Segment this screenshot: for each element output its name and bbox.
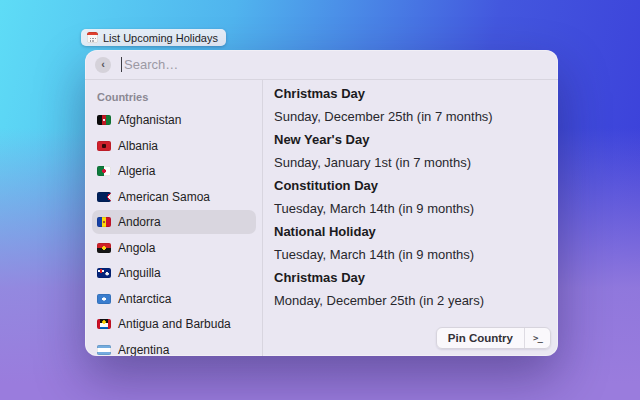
country-row-american-samoa[interactable]: American Samoa bbox=[92, 185, 256, 209]
command-pill: List Upcoming Holidays bbox=[81, 29, 226, 46]
country-label: Anguilla bbox=[118, 266, 161, 280]
country-label: Albania bbox=[118, 139, 158, 153]
shortcut-key-icon: >_ bbox=[524, 328, 550, 348]
country-row-antarctica[interactable]: Antarctica bbox=[92, 287, 256, 311]
country-label: Afghanistan bbox=[118, 113, 181, 127]
command-pill-label: List Upcoming Holidays bbox=[103, 32, 218, 44]
country-row-afghanistan[interactable]: Afghanistan bbox=[92, 108, 256, 132]
flag-algeria-icon bbox=[97, 166, 111, 176]
chevron-left-icon: ‹ bbox=[101, 59, 105, 70]
search-bar: ‹ bbox=[85, 50, 558, 80]
countries-sidebar: Countries Afghanistan Albania Algeria Am… bbox=[85, 80, 263, 356]
holiday-title: Christmas Day bbox=[274, 270, 546, 286]
country-label: Algeria bbox=[118, 164, 155, 178]
flag-afghanistan-icon bbox=[97, 115, 111, 125]
pin-country-button[interactable]: Pin Country >_ bbox=[436, 327, 551, 349]
country-row-albania[interactable]: Albania bbox=[92, 134, 256, 158]
calendar-icon bbox=[87, 32, 98, 43]
country-row-antigua-and-barbuda[interactable]: Antigua and Barbuda bbox=[92, 312, 256, 336]
back-button[interactable]: ‹ bbox=[95, 57, 111, 73]
country-row-algeria[interactable]: Algeria bbox=[92, 159, 256, 183]
holiday-entry: National Holiday Tuesday, March 14th (in… bbox=[274, 224, 546, 263]
flag-anguilla-icon bbox=[97, 268, 111, 278]
holiday-date: Sunday, January 1st (in 7 months) bbox=[274, 155, 546, 171]
country-label: Antigua and Barbuda bbox=[118, 317, 231, 331]
country-list: Afghanistan Albania Algeria American Sam… bbox=[92, 108, 256, 356]
search-input[interactable] bbox=[122, 57, 546, 72]
holiday-date: Sunday, December 25th (in 7 months) bbox=[274, 109, 546, 125]
holiday-entry: Constitution Day Tuesday, March 14th (in… bbox=[274, 178, 546, 217]
holiday-date: Tuesday, March 14th (in 9 months) bbox=[274, 201, 546, 217]
flag-andorra-icon bbox=[97, 217, 111, 227]
country-row-andorra[interactable]: Andorra bbox=[92, 210, 256, 234]
country-row-argentina[interactable]: Argentina bbox=[92, 338, 256, 357]
holiday-details-panel: Christmas Day Sunday, December 25th (in … bbox=[263, 80, 558, 356]
holiday-entry: Christmas Day Monday, December 25th (in … bbox=[274, 270, 546, 309]
flag-antigua-and-barbuda-icon bbox=[97, 319, 111, 329]
holiday-title: Constitution Day bbox=[274, 178, 546, 194]
pin-country-label: Pin Country bbox=[437, 328, 524, 348]
holiday-list: Christmas Day Sunday, December 25th (in … bbox=[274, 86, 546, 309]
country-label: Andorra bbox=[118, 215, 161, 229]
country-row-angola[interactable]: Angola bbox=[92, 236, 256, 260]
launcher-window: ‹ Countries Afghanistan Albania Algeria … bbox=[85, 50, 558, 356]
holiday-entry: Christmas Day Sunday, December 25th (in … bbox=[274, 86, 546, 125]
holiday-title: New Year's Day bbox=[274, 132, 546, 148]
country-label: Argentina bbox=[118, 343, 169, 357]
holiday-date: Tuesday, March 14th (in 9 months) bbox=[274, 247, 546, 263]
country-label: Angola bbox=[118, 241, 155, 255]
countries-section-label: Countries bbox=[92, 90, 256, 104]
window-body: Countries Afghanistan Albania Algeria Am… bbox=[85, 80, 558, 356]
holiday-title: Christmas Day bbox=[274, 86, 546, 102]
country-label: Antarctica bbox=[118, 292, 171, 306]
holiday-entry: New Year's Day Sunday, January 1st (in 7… bbox=[274, 132, 546, 171]
country-label: American Samoa bbox=[118, 190, 210, 204]
holiday-title: National Holiday bbox=[274, 224, 546, 240]
flag-antarctica-icon bbox=[97, 294, 111, 304]
country-row-anguilla[interactable]: Anguilla bbox=[92, 261, 256, 285]
holiday-date: Monday, December 25th (in 2 years) bbox=[274, 293, 546, 309]
flag-argentina-icon bbox=[97, 345, 111, 355]
flag-american-samoa-icon bbox=[97, 192, 111, 202]
flag-angola-icon bbox=[97, 243, 111, 253]
flag-albania-icon bbox=[97, 141, 111, 151]
